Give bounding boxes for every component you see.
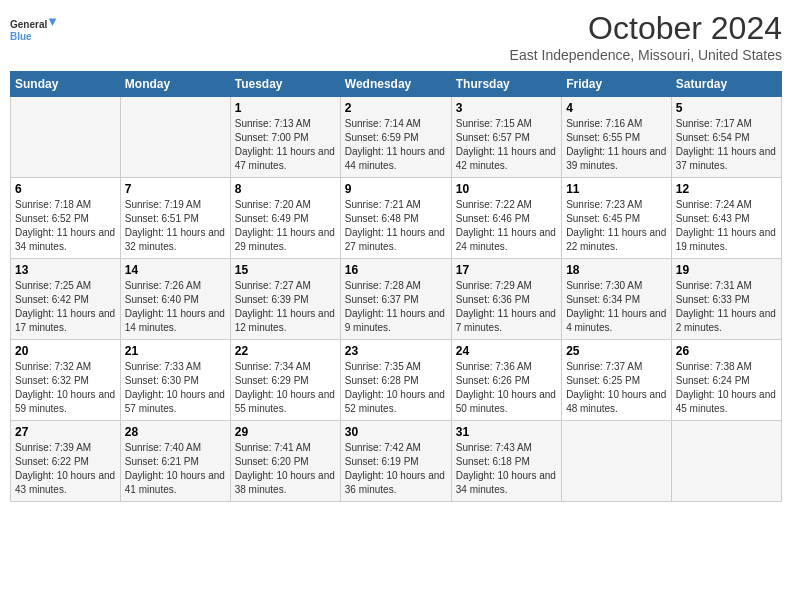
calendar-cell: 19 Sunrise: 7:31 AMSunset: 6:33 PMDaylig… [671, 259, 781, 340]
day-number: 12 [676, 182, 777, 196]
calendar-cell: 7 Sunrise: 7:19 AMSunset: 6:51 PMDayligh… [120, 178, 230, 259]
day-number: 8 [235, 182, 336, 196]
calendar-cell: 11 Sunrise: 7:23 AMSunset: 6:45 PMDaylig… [562, 178, 672, 259]
day-number: 19 [676, 263, 777, 277]
day-info: Sunrise: 7:29 AMSunset: 6:36 PMDaylight:… [456, 279, 557, 335]
col-header-monday: Monday [120, 72, 230, 97]
calendar-cell: 3 Sunrise: 7:15 AMSunset: 6:57 PMDayligh… [451, 97, 561, 178]
calendar-cell: 22 Sunrise: 7:34 AMSunset: 6:29 PMDaylig… [230, 340, 340, 421]
day-number: 23 [345, 344, 447, 358]
day-number: 6 [15, 182, 116, 196]
day-info: Sunrise: 7:26 AMSunset: 6:40 PMDaylight:… [125, 279, 226, 335]
svg-text:Blue: Blue [10, 31, 32, 42]
calendar-cell [671, 421, 781, 502]
calendar-cell: 18 Sunrise: 7:30 AMSunset: 6:34 PMDaylig… [562, 259, 672, 340]
location-title: East Independence, Missouri, United Stat… [510, 47, 782, 63]
day-info: Sunrise: 7:33 AMSunset: 6:30 PMDaylight:… [125, 360, 226, 416]
calendar-cell: 16 Sunrise: 7:28 AMSunset: 6:37 PMDaylig… [340, 259, 451, 340]
week-row-2: 6 Sunrise: 7:18 AMSunset: 6:52 PMDayligh… [11, 178, 782, 259]
day-info: Sunrise: 7:37 AMSunset: 6:25 PMDaylight:… [566, 360, 667, 416]
calendar-cell: 13 Sunrise: 7:25 AMSunset: 6:42 PMDaylig… [11, 259, 121, 340]
day-info: Sunrise: 7:15 AMSunset: 6:57 PMDaylight:… [456, 117, 557, 173]
day-number: 15 [235, 263, 336, 277]
day-number: 1 [235, 101, 336, 115]
col-header-saturday: Saturday [671, 72, 781, 97]
day-number: 27 [15, 425, 116, 439]
day-number: 10 [456, 182, 557, 196]
day-info: Sunrise: 7:16 AMSunset: 6:55 PMDaylight:… [566, 117, 667, 173]
col-header-wednesday: Wednesday [340, 72, 451, 97]
calendar-cell: 9 Sunrise: 7:21 AMSunset: 6:48 PMDayligh… [340, 178, 451, 259]
day-info: Sunrise: 7:32 AMSunset: 6:32 PMDaylight:… [15, 360, 116, 416]
calendar-cell: 21 Sunrise: 7:33 AMSunset: 6:30 PMDaylig… [120, 340, 230, 421]
day-number: 4 [566, 101, 667, 115]
day-number: 11 [566, 182, 667, 196]
calendar-cell: 29 Sunrise: 7:41 AMSunset: 6:20 PMDaylig… [230, 421, 340, 502]
calendar-cell: 5 Sunrise: 7:17 AMSunset: 6:54 PMDayligh… [671, 97, 781, 178]
day-info: Sunrise: 7:20 AMSunset: 6:49 PMDaylight:… [235, 198, 336, 254]
calendar-cell: 17 Sunrise: 7:29 AMSunset: 6:36 PMDaylig… [451, 259, 561, 340]
day-info: Sunrise: 7:42 AMSunset: 6:19 PMDaylight:… [345, 441, 447, 497]
day-info: Sunrise: 7:19 AMSunset: 6:51 PMDaylight:… [125, 198, 226, 254]
calendar-cell: 14 Sunrise: 7:26 AMSunset: 6:40 PMDaylig… [120, 259, 230, 340]
day-info: Sunrise: 7:35 AMSunset: 6:28 PMDaylight:… [345, 360, 447, 416]
col-header-tuesday: Tuesday [230, 72, 340, 97]
day-info: Sunrise: 7:22 AMSunset: 6:46 PMDaylight:… [456, 198, 557, 254]
day-number: 31 [456, 425, 557, 439]
day-number: 18 [566, 263, 667, 277]
week-row-1: 1 Sunrise: 7:13 AMSunset: 7:00 PMDayligh… [11, 97, 782, 178]
calendar-cell: 27 Sunrise: 7:39 AMSunset: 6:22 PMDaylig… [11, 421, 121, 502]
svg-marker-2 [49, 18, 57, 26]
day-number: 14 [125, 263, 226, 277]
day-info: Sunrise: 7:38 AMSunset: 6:24 PMDaylight:… [676, 360, 777, 416]
day-info: Sunrise: 7:31 AMSunset: 6:33 PMDaylight:… [676, 279, 777, 335]
day-info: Sunrise: 7:14 AMSunset: 6:59 PMDaylight:… [345, 117, 447, 173]
month-title: October 2024 [510, 10, 782, 47]
calendar-cell: 6 Sunrise: 7:18 AMSunset: 6:52 PMDayligh… [11, 178, 121, 259]
week-row-5: 27 Sunrise: 7:39 AMSunset: 6:22 PMDaylig… [11, 421, 782, 502]
day-number: 20 [15, 344, 116, 358]
logo: General Blue [10, 10, 60, 50]
calendar-cell: 4 Sunrise: 7:16 AMSunset: 6:55 PMDayligh… [562, 97, 672, 178]
calendar-cell: 26 Sunrise: 7:38 AMSunset: 6:24 PMDaylig… [671, 340, 781, 421]
calendar-cell [120, 97, 230, 178]
col-header-friday: Friday [562, 72, 672, 97]
day-info: Sunrise: 7:25 AMSunset: 6:42 PMDaylight:… [15, 279, 116, 335]
day-info: Sunrise: 7:39 AMSunset: 6:22 PMDaylight:… [15, 441, 116, 497]
calendar-cell: 1 Sunrise: 7:13 AMSunset: 7:00 PMDayligh… [230, 97, 340, 178]
calendar-cell: 23 Sunrise: 7:35 AMSunset: 6:28 PMDaylig… [340, 340, 451, 421]
day-number: 26 [676, 344, 777, 358]
page-header: General Blue October 2024 East Independe… [10, 10, 782, 63]
calendar-cell: 31 Sunrise: 7:43 AMSunset: 6:18 PMDaylig… [451, 421, 561, 502]
day-info: Sunrise: 7:40 AMSunset: 6:21 PMDaylight:… [125, 441, 226, 497]
day-info: Sunrise: 7:27 AMSunset: 6:39 PMDaylight:… [235, 279, 336, 335]
day-number: 22 [235, 344, 336, 358]
header-row: SundayMondayTuesdayWednesdayThursdayFrid… [11, 72, 782, 97]
calendar-cell [11, 97, 121, 178]
day-number: 13 [15, 263, 116, 277]
day-info: Sunrise: 7:21 AMSunset: 6:48 PMDaylight:… [345, 198, 447, 254]
day-info: Sunrise: 7:24 AMSunset: 6:43 PMDaylight:… [676, 198, 777, 254]
day-number: 16 [345, 263, 447, 277]
day-number: 5 [676, 101, 777, 115]
calendar-table: SundayMondayTuesdayWednesdayThursdayFrid… [10, 71, 782, 502]
calendar-cell: 25 Sunrise: 7:37 AMSunset: 6:25 PMDaylig… [562, 340, 672, 421]
day-number: 2 [345, 101, 447, 115]
day-number: 29 [235, 425, 336, 439]
day-number: 9 [345, 182, 447, 196]
calendar-cell: 12 Sunrise: 7:24 AMSunset: 6:43 PMDaylig… [671, 178, 781, 259]
day-info: Sunrise: 7:17 AMSunset: 6:54 PMDaylight:… [676, 117, 777, 173]
week-row-4: 20 Sunrise: 7:32 AMSunset: 6:32 PMDaylig… [11, 340, 782, 421]
calendar-cell: 8 Sunrise: 7:20 AMSunset: 6:49 PMDayligh… [230, 178, 340, 259]
day-number: 21 [125, 344, 226, 358]
day-info: Sunrise: 7:13 AMSunset: 7:00 PMDaylight:… [235, 117, 336, 173]
calendar-cell: 10 Sunrise: 7:22 AMSunset: 6:46 PMDaylig… [451, 178, 561, 259]
day-info: Sunrise: 7:23 AMSunset: 6:45 PMDaylight:… [566, 198, 667, 254]
day-info: Sunrise: 7:28 AMSunset: 6:37 PMDaylight:… [345, 279, 447, 335]
col-header-thursday: Thursday [451, 72, 561, 97]
day-info: Sunrise: 7:18 AMSunset: 6:52 PMDaylight:… [15, 198, 116, 254]
day-number: 17 [456, 263, 557, 277]
day-number: 28 [125, 425, 226, 439]
calendar-cell: 24 Sunrise: 7:36 AMSunset: 6:26 PMDaylig… [451, 340, 561, 421]
day-number: 25 [566, 344, 667, 358]
